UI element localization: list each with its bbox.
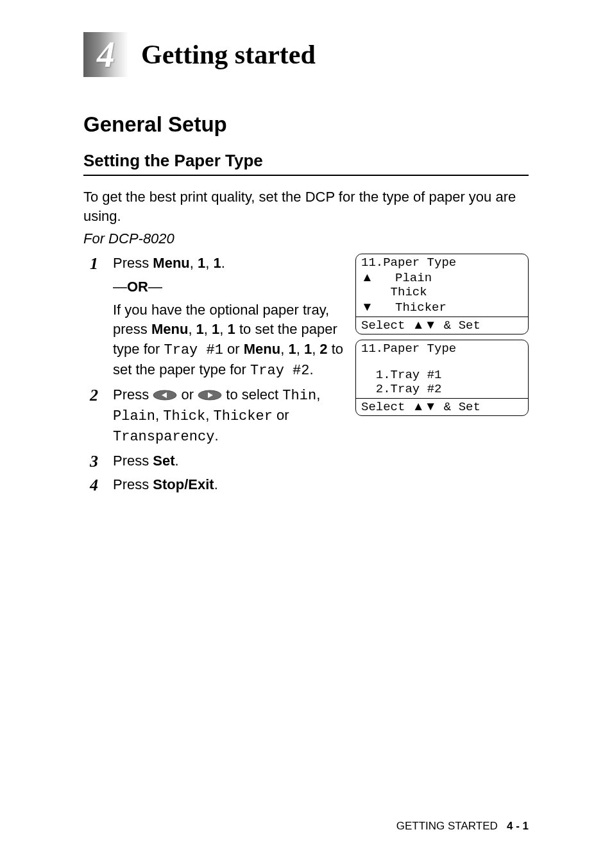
step-2-text: Press or to select Thin, Plain, Thick, T… <box>113 385 346 447</box>
up-arrow-icon <box>412 318 425 333</box>
display-title: 11.Paper Type <box>361 256 523 270</box>
comma: , <box>155 407 163 423</box>
display-title: 11.Paper Type <box>361 342 523 356</box>
step-2: 2 Press or to select Thin, Plain, Thick,… <box>90 385 346 447</box>
opt-thicker: Thicker <box>395 300 446 315</box>
down-arrow-icon <box>361 300 373 315</box>
comma: , <box>316 386 320 403</box>
subsection-heading: Setting the Paper Type <box>83 151 529 176</box>
chapter-header: 4 Getting started <box>83 32 529 77</box>
option-thin: Thin <box>282 388 316 404</box>
page-footer: GETTING STARTED 4 - 1 <box>396 820 529 833</box>
step-number-4: 4 <box>90 475 113 495</box>
key-1a: 1 <box>198 255 205 271</box>
content-area: 1 Press Menu, 1, 1. —OR— If you have the… <box>83 254 529 499</box>
comma: , <box>190 255 198 271</box>
comma: , <box>204 321 212 337</box>
nav-right-icon <box>198 390 222 401</box>
step-1-text: Press Menu, 1, 1. —OR— If you have the o… <box>113 254 346 381</box>
opt-plain: Plain <box>395 271 432 285</box>
footer-page: 4 - 1 <box>507 820 529 832</box>
comma: , <box>188 321 196 337</box>
chapter-badge: 4 <box>83 32 128 77</box>
select-prefix: Select <box>361 318 412 333</box>
period: . <box>214 428 218 444</box>
display-spacer <box>361 356 523 369</box>
or-label: OR <box>127 279 148 295</box>
down-arrow-icon <box>425 400 437 414</box>
or-word: or <box>273 407 289 423</box>
step-number-2: 2 <box>90 385 113 447</box>
step-4: 4 Press Stop/Exit. <box>90 475 346 495</box>
display-select-line: Select & Set <box>356 398 528 415</box>
display-column: 11.Paper Type Plain Thick Thicker Select… <box>355 254 529 499</box>
key-b1: 1 <box>196 321 204 337</box>
display-box-2: 11.Paper Type 1.Tray #1 2.Tray #2 Select… <box>355 340 529 416</box>
press-label: Press <box>113 453 153 469</box>
option-plain: Plain <box>113 408 155 424</box>
opt-thick: Thick <box>391 285 427 299</box>
or-label: or <box>177 386 198 403</box>
footer-text: GETTING STARTED <box>396 820 498 832</box>
select-prefix: Select <box>361 400 412 414</box>
display-line: 2.Tray #2 <box>361 383 523 397</box>
display-line: 1.Tray #1 <box>361 369 523 383</box>
section-heading: General Setup <box>83 112 529 137</box>
period: . <box>175 453 179 469</box>
display-line: Thicker <box>361 300 523 315</box>
key-b3: 1 <box>228 321 235 337</box>
key-c3: 2 <box>319 341 327 357</box>
step-4-text: Press Stop/Exit. <box>113 475 346 495</box>
or-dash: — <box>148 279 162 295</box>
period: . <box>309 361 313 378</box>
display-box-1: 11.Paper Type Plain Thick Thicker Select… <box>355 254 529 334</box>
up-arrow-icon <box>361 271 373 285</box>
step-number-1: 1 <box>90 254 113 381</box>
option-transparency: Transparency <box>113 429 214 445</box>
comma: , <box>219 321 227 337</box>
stopexit-key: Stop/Exit <box>153 476 214 492</box>
display-line: Thick <box>361 286 523 300</box>
down-arrow-icon <box>425 318 437 333</box>
key-b2: 1 <box>212 321 219 337</box>
press-label: Press <box>113 255 153 271</box>
key-1b: 1 <box>214 255 221 271</box>
or-dash: — <box>113 279 127 295</box>
intro-text: To get the best print quality, set the D… <box>83 187 529 225</box>
comma: , <box>312 341 319 357</box>
or-line: —OR— <box>113 277 346 297</box>
key-c2: 1 <box>304 341 312 357</box>
comma: , <box>296 341 304 357</box>
chapter-number: 4 <box>97 34 115 75</box>
steps-column: 1 Press Menu, 1, 1. —OR— If you have the… <box>83 254 346 499</box>
tray-1-label: 1.Tray #1 <box>376 368 442 382</box>
display-select-line: Select & Set <box>356 317 528 334</box>
tray-2: Tray #2 <box>250 363 309 379</box>
model-label: For DCP-8020 <box>83 230 529 247</box>
press-label: Press <box>113 386 153 403</box>
nav-left-icon <box>153 390 177 401</box>
period: . <box>221 255 225 271</box>
chapter-title: Getting started <box>141 39 316 70</box>
comma: , <box>205 407 213 423</box>
press-label: Press <box>113 476 153 492</box>
comma: , <box>205 255 213 271</box>
select-suffix: & Set <box>436 318 480 333</box>
to-select: to select <box>222 386 282 403</box>
option-thicker: Thicker <box>214 408 273 424</box>
tray-1: Tray #1 <box>164 342 223 358</box>
menu-key-b: Menu <box>151 321 188 337</box>
menu-key-c: Menu <box>244 341 280 357</box>
select-suffix: & Set <box>436 400 480 414</box>
comma: , <box>280 341 288 357</box>
option-thick: Thick <box>163 408 205 424</box>
step-3: 3 Press Set. <box>90 451 346 471</box>
step-1: 1 Press Menu, 1, 1. —OR— If you have the… <box>90 254 346 381</box>
menu-key: Menu <box>153 255 189 271</box>
period: . <box>214 476 218 492</box>
tray-2-label: 2.Tray #2 <box>376 382 442 396</box>
key-c1: 1 <box>288 341 296 357</box>
display-line: Plain <box>361 270 523 286</box>
step-3-text: Press Set. <box>113 451 346 471</box>
followup-c: or <box>223 341 244 357</box>
